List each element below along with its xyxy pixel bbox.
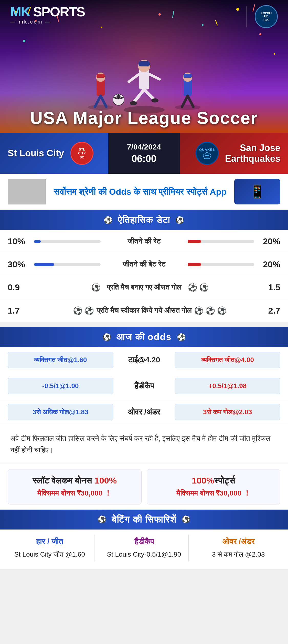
ball-icon-right-goals1: ⚽: [188, 283, 197, 292]
ball-icon-left: ⚽: [104, 216, 113, 224]
odds-header: ⚽ आज की odds ⚽: [0, 327, 288, 347]
betting-grid: हार / जीत St Louis City जीत @1.60 हैंडीक…: [0, 530, 288, 569]
match-center: 7/04/2024 06:00: [108, 133, 180, 174]
betting-title: बेटिंग की सिफारिशें: [112, 514, 176, 525]
stat-label-goals-scored: प्रति मैच बनाए गए औसत गोल: [103, 283, 185, 292]
promo-text: सर्वोत्तम श्रेणी की Odds के साथ प्रीमियर…: [51, 186, 229, 197]
match-time: 06:00: [132, 153, 156, 164]
odds-overunder-label: ओवर /अंडर: [119, 408, 170, 417]
odds-away-win[interactable]: व्यक्तिगत जीत@4.00: [175, 352, 281, 368]
svg-line-5: [144, 89, 154, 100]
phone-icon: 📱: [249, 184, 265, 199]
svg-point-7: [151, 98, 158, 102]
header-banner: MK SPORTS — mk.com — EMPOLIF.C.1920: [0, 0, 288, 133]
bonus-sports-amount: मैक्सिमम बोनस ₹30,000 ！: [152, 488, 275, 498]
odds-title: आज की odds: [116, 332, 172, 342]
stat-label-bet-rate: जीतने की बेट रेट: [103, 260, 185, 269]
odds-tie: टाई@4.20: [119, 355, 170, 364]
stat-bars-bet-rate: जीतने की बेट रेट: [33, 260, 255, 269]
stat-bar-left-win: [33, 240, 101, 243]
stat-bars-win-rate: जीतने की रेट: [33, 237, 255, 246]
betting-win-title: हार / जीत: [36, 537, 63, 546]
svg-line-9: [149, 74, 159, 79]
stat-icons-goals-scored: ⚽ प्रति मैच बनाए गए औसत गोल ⚽ ⚽: [33, 283, 255, 292]
away-team-name: San Jose Earthquakes: [225, 143, 280, 164]
stat-right-goals-scored: 1.5: [260, 282, 280, 292]
stat-label-win-rate: जीतने की रेट: [103, 237, 185, 246]
ball-icon-betting-right: ⚽: [182, 515, 190, 524]
away-team: QUAKES San Jose Earthquakes: [180, 133, 288, 174]
odds-handicap-label: हैंडीकैप: [119, 382, 170, 390]
historical-title: ऐतिहासिक डेटा: [118, 215, 170, 225]
mk-sports-logo: MK SPORTS — mk.com —: [10, 5, 85, 25]
odds-under[interactable]: 3से कम गोल@2.03: [175, 404, 281, 420]
stat-left-bet-rate: 30%: [8, 259, 28, 269]
stat-row-win-rate: 10% जीतने की रेट 20%: [0, 230, 288, 253]
betting-header: ⚽ बेटिंग की सिफारिशें ⚽: [0, 510, 288, 530]
ball-icon-left-goals: ⚽: [91, 283, 101, 292]
betting-section: हार / जीत St Louis City जीत @1.60 हैंडीक…: [0, 530, 288, 569]
stat-label-goals-conceded: प्रति मैच स्वीकार किये गये औसत गोल: [97, 306, 192, 315]
odds-over[interactable]: 3से अधिक गोल@1.83: [8, 404, 113, 420]
ball-icon-right-conceded3: ⚽: [217, 306, 227, 315]
brand-name: MK SPORTS: [10, 5, 85, 18]
stat-right-bet-rate: 20%: [260, 259, 280, 269]
svg-rect-13: [97, 74, 105, 78]
away-team-logo: QUAKES: [194, 141, 220, 166]
odds-row-win: व्यक्तिगत जीत@1.60 टाई@4.20 व्यक्तिगत जी…: [0, 347, 288, 373]
odds-row-handicap: -0.5/1@1.90 हैंडीकैप +0.5/1@1.98: [0, 373, 288, 399]
players-illustration: [0, 26, 288, 115]
stat-left-goals-conceded: 1.7: [8, 306, 28, 316]
ball-icon-betting-left: ⚽: [98, 515, 106, 524]
banner-title: USA Major League Soccer: [0, 108, 288, 128]
svg-line-8: [129, 74, 139, 82]
betting-handicap-title: हैंडीकैप: [134, 537, 154, 546]
svg-rect-3: [138, 61, 150, 66]
svg-line-4: [134, 89, 144, 102]
ball-icon-right-goals2: ⚽: [199, 283, 209, 292]
betting-overunder-rec: 3 से कम गोल @2.03: [212, 550, 265, 559]
bonus-card-sports[interactable]: 100%स्पोर्ट्स मैक्सिमम बोनस ₹30,000 ！: [147, 469, 281, 504]
betting-col-overunder: ओवर /अंडर 3 से कम गोल @2.03: [194, 535, 283, 561]
odds-section: व्यक्तिगत जीत@1.60 टाई@4.20 व्यक्तिगत जी…: [0, 347, 288, 425]
stats-section: 10% जीतने की रेट 20% 30% ज: [0, 230, 288, 322]
partner-logo: EMPOLIF.C.1920: [255, 5, 278, 28]
match-date: 7/04/2024: [127, 143, 161, 151]
stat-right-win-rate: 20%: [260, 236, 280, 246]
analysis-text: अवे टीम फिलहाल जीत हासिल करने के लिए संघ…: [10, 434, 270, 454]
logo-divider: [247, 6, 247, 27]
promo-image: [8, 179, 46, 204]
bonus-sports-title: 100%स्पोर्ट्स: [152, 476, 275, 486]
ball-icon-left-conceded2: ⚽: [84, 306, 94, 315]
stat-right-goals-conceded: 2.7: [260, 306, 280, 316]
promo-app-preview: 📱: [234, 179, 280, 204]
promo-banner: सर्वोत्तम श्रेणी की Odds के साथ प्रीमियर…: [0, 174, 288, 210]
stat-left-goals-scored: 0.9: [8, 282, 28, 292]
header-logo-area: MK SPORTS — mk.com — EMPOLIF.C.1920: [0, 5, 288, 28]
betting-overunder-title: ओवर /अंडर: [222, 537, 254, 546]
odds-away-handicap[interactable]: +0.5/1@1.98: [175, 378, 281, 394]
betting-col-win: हार / जीत St Louis City जीत @1.60: [5, 535, 94, 561]
odds-home-handicap[interactable]: -0.5/1@1.90: [8, 378, 113, 394]
brand-url: — mk.com —: [10, 19, 51, 25]
bonus-slots-amount: मैक्सिमम बोनस ₹30,000 ！: [13, 488, 136, 498]
betting-col-handicap: हैंडीकैप St Louis City-0.5/1@1.90: [100, 535, 189, 561]
home-team-name: St Louis City: [8, 148, 64, 159]
ball-icon-right-conceded2: ⚽: [206, 306, 215, 315]
ball-icon-odds-right: ⚽: [177, 333, 186, 341]
stat-bar-right-win: [188, 240, 255, 243]
analysis-section: अवे टीम फिलहाल जीत हासिल करने के लिए संघ…: [0, 425, 288, 464]
ball-icon-left-conceded1: ⚽: [73, 306, 82, 315]
home-team: St Louis City STLCITYSC: [0, 133, 108, 174]
betting-win-rec: St Louis City जीत @1.60: [14, 550, 85, 559]
svg-rect-19: [184, 74, 192, 78]
bonus-card-slots[interactable]: स्लॉट वेलकम बोनस 100% मैक्सिमम बोनस ₹30,…: [8, 469, 142, 504]
ball-icon-odds-left: ⚽: [102, 333, 111, 341]
historical-header: ⚽ ऐतिहासिक डेटा ⚽: [0, 210, 288, 230]
stat-row-goals-conceded: 1.7 ⚽ ⚽ प्रति मैच स्वीकार किये गये औसत ग…: [0, 299, 288, 322]
partner-name: EMPOLIF.C.1920: [261, 12, 272, 22]
svg-point-6: [130, 101, 137, 105]
odds-home-win[interactable]: व्यक्तिगत जीत@1.60: [8, 352, 113, 368]
stat-icons-goals-conceded: ⚽ ⚽ प्रति मैच स्वीकार किये गये औसत गोल ⚽…: [33, 306, 255, 315]
odds-row-overunder: 3से अधिक गोल@1.83 ओवर /अंडर 3से कम गोल@2…: [0, 399, 288, 425]
